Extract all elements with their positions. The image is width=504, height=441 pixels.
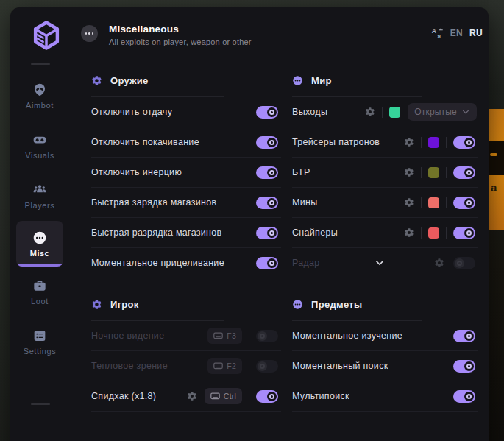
hotkey-badge[interactable]: Ctrl xyxy=(205,388,242,404)
alien-icon xyxy=(32,82,47,97)
row-label: БТР xyxy=(292,167,310,177)
sidebar-item-players[interactable]: Players xyxy=(10,171,69,221)
hotkey-label: Ctrl xyxy=(224,392,236,401)
game-background-fragment: a xyxy=(489,109,504,230)
sidebar-item-label: Aimbot xyxy=(26,101,54,110)
row-label: Ночное видение xyxy=(91,331,164,341)
game-background-mark xyxy=(490,153,497,156)
gear-icon xyxy=(91,299,102,310)
row-settings-gear-icon[interactable] xyxy=(434,258,444,268)
hotkey-badge[interactable]: F2 xyxy=(207,358,242,374)
toggle[interactable] xyxy=(256,136,278,149)
color-swatch[interactable] xyxy=(428,197,439,208)
settings-row: Тепловое зрениеF2 xyxy=(91,351,281,381)
toggle[interactable] xyxy=(453,257,475,269)
svg-text:я: я xyxy=(437,32,440,39)
control-separator xyxy=(421,197,422,208)
toggle-knob xyxy=(267,392,277,401)
row-controls xyxy=(256,197,281,209)
row-settings-gear-icon[interactable] xyxy=(404,197,414,208)
settings-row: Радар xyxy=(292,248,478,278)
hotkey-badge[interactable]: F3 xyxy=(207,328,242,344)
sidebar-item-label: Players xyxy=(25,201,55,210)
section-Игрок: ИгрокНочное видениеF3Тепловое зрениеF2Сп… xyxy=(91,294,281,412)
toggle-knob xyxy=(464,361,474,371)
row-controls xyxy=(404,197,478,209)
row-settings-gear-icon[interactable] xyxy=(404,167,414,177)
color-swatch[interactable] xyxy=(428,167,439,178)
toggle[interactable] xyxy=(256,360,278,373)
row-controls: Ctrl xyxy=(187,388,281,404)
toggle-knob xyxy=(464,168,474,177)
section-title: Игрок xyxy=(110,299,139,310)
row-controls xyxy=(434,257,478,269)
row-controls xyxy=(256,257,281,269)
sidebar-item-misc[interactable]: Misc xyxy=(16,221,63,267)
row-label: Мины xyxy=(292,197,317,208)
settings-row: Спидхак (x1.8)Ctrl xyxy=(91,381,281,412)
toggle[interactable] xyxy=(256,390,278,403)
toggle[interactable] xyxy=(256,257,278,269)
toggle-knob-ring xyxy=(269,394,274,399)
toggle-knob-ring xyxy=(466,230,472,236)
toggle[interactable] xyxy=(453,136,475,149)
section-title: Мир xyxy=(311,75,332,86)
row-settings-gear-icon[interactable] xyxy=(365,107,375,117)
settings-row: Моментальное изучение xyxy=(292,321,478,351)
row-controls xyxy=(453,390,478,403)
toggle[interactable] xyxy=(256,166,278,179)
row-settings-gear-icon[interactable] xyxy=(187,391,197,401)
toggle[interactable] xyxy=(453,330,475,342)
settings-row: Снайперы xyxy=(292,218,478,248)
control-separator xyxy=(421,137,422,148)
sidebar-bottom-divider xyxy=(31,403,50,405)
sidebar-item-loot[interactable]: Loot xyxy=(10,267,69,317)
toggle[interactable] xyxy=(453,390,475,403)
lang-option-en[interactable]: EN xyxy=(450,28,463,38)
toggle[interactable] xyxy=(256,106,278,119)
keyboard-icon xyxy=(210,392,220,400)
toggle-knob-ring xyxy=(269,261,274,266)
toggle[interactable] xyxy=(256,227,278,239)
toggle[interactable] xyxy=(453,166,475,179)
translate-icon[interactable]: A я xyxy=(431,27,444,39)
toggle-knob-ring xyxy=(269,110,274,115)
control-separator xyxy=(421,167,422,178)
list-icon xyxy=(32,328,47,343)
settings-row: Отключить отдачу xyxy=(91,97,281,127)
row-controls xyxy=(404,136,478,149)
game-background-letter: a xyxy=(491,181,497,194)
toggle[interactable] xyxy=(256,197,278,209)
section-header: Мир xyxy=(292,71,478,90)
lang-option-ru[interactable]: RU xyxy=(469,28,483,38)
color-swatch[interactable] xyxy=(389,107,400,118)
toggle-knob xyxy=(267,258,277,268)
hotkey-label: F2 xyxy=(227,361,236,370)
control-separator xyxy=(421,227,422,239)
toggle[interactable] xyxy=(453,360,475,373)
toggle-knob-ring xyxy=(269,200,274,205)
sidebar-item-settings[interactable]: Settings xyxy=(10,317,69,367)
row-controls xyxy=(256,106,281,119)
sidebar-item-aimbot[interactable]: Aimbot xyxy=(10,71,69,121)
control-separator xyxy=(446,227,447,239)
cheat-menu-window: Miscellaneous All exploits on player, we… xyxy=(10,7,489,441)
sidebar-item-visuals[interactable]: Visuals xyxy=(10,121,69,171)
row-controls xyxy=(256,136,281,149)
toggle[interactable] xyxy=(256,330,278,342)
color-swatch[interactable] xyxy=(428,137,439,148)
row-settings-gear-icon[interactable] xyxy=(404,137,414,147)
toggle-knob-ring xyxy=(466,140,472,145)
toggle[interactable] xyxy=(453,197,475,209)
row-settings-gear-icon[interactable] xyxy=(404,227,414,238)
toggle-knob xyxy=(464,198,474,208)
row-label: Спидхак (x1.8) xyxy=(91,391,156,401)
toggle[interactable] xyxy=(453,227,475,239)
color-swatch[interactable] xyxy=(428,227,439,239)
section-title: Предметы xyxy=(311,299,362,310)
dropdown-select[interactable]: Открытые xyxy=(408,103,477,121)
app-logo-icon xyxy=(31,18,62,56)
section-title: Оружие xyxy=(110,75,149,86)
svg-text:A: A xyxy=(432,27,436,35)
expand-chevron-icon[interactable] xyxy=(374,258,385,269)
